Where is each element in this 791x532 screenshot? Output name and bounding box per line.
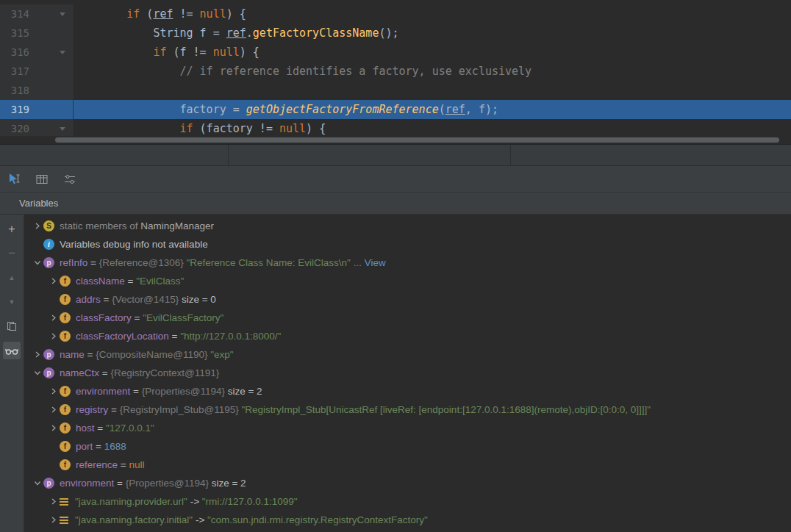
value-segment: {Reference@1306} xyxy=(99,257,184,268)
value-segment: reference xyxy=(76,459,118,470)
view-link[interactable]: View xyxy=(365,257,386,268)
chevron-right-icon[interactable] xyxy=(48,333,60,339)
value-segment: = xyxy=(101,294,112,305)
code-token: ) { xyxy=(226,7,246,21)
chevron-right-icon[interactable] xyxy=(48,425,60,431)
layout-settings-icon[interactable] xyxy=(62,173,77,186)
value-segment: "com.sun.jndi.rmi.registry.RegistryConte… xyxy=(207,514,428,525)
variables-panel-header: Variables xyxy=(0,193,791,215)
gutter: 318 xyxy=(0,81,74,100)
value-segment: {RegistryContext@1191} xyxy=(110,367,219,378)
value-segment: = xyxy=(87,257,99,268)
chevron-down-icon[interactable] xyxy=(32,259,43,266)
code-token: ( xyxy=(140,7,153,21)
fold-chevron-icon[interactable] xyxy=(60,51,65,54)
panel-divider xyxy=(510,145,511,165)
code-token xyxy=(74,46,153,59)
tree-row[interactable]: Sstatic members of NamingManager xyxy=(24,217,791,235)
parameter-icon: p xyxy=(43,257,54,268)
gutter: 319 xyxy=(0,100,74,119)
code-token: = xyxy=(226,103,246,116)
value-segment: {Properties@1194} xyxy=(126,478,209,489)
code-line-317[interactable]: 317 // if reference identifies a factory… xyxy=(0,62,791,81)
tree-row[interactable]: fclassFactoryLocation = "http://127.0.0.… xyxy=(24,327,791,345)
tree-row[interactable]: prefInfo = {Reference@1306} "Reference C… xyxy=(24,254,791,272)
code-token: ref xyxy=(445,103,465,116)
parameter-icon: p xyxy=(43,478,54,489)
tree-row[interactable]: fenvironment = {Properties@1194} size = … xyxy=(24,382,791,400)
duplicate-watch-icon[interactable] xyxy=(3,317,21,335)
tree-row[interactable]: pnameCtx = {RegistryContext@1191} xyxy=(24,364,791,382)
code-line-316[interactable]: 316 if (f != null) { xyxy=(0,43,791,62)
tree-row[interactable]: fclassFactory = "EvilClassFactory" xyxy=(24,309,791,327)
chevron-right-icon[interactable] xyxy=(48,314,60,321)
text-cursor-icon[interactable] xyxy=(7,173,21,186)
tree-row[interactable]: faddrs = {Vector@1415} size = 0 xyxy=(24,290,791,309)
remove-watch-icon[interactable]: − xyxy=(3,245,21,262)
tree-row[interactable]: "java.naming.provider.url" -> "rmi://127… xyxy=(24,492,791,511)
chevron-down-icon[interactable] xyxy=(32,370,43,376)
fold-chevron-icon[interactable] xyxy=(60,12,65,16)
code-token: null xyxy=(279,122,306,135)
tree-row[interactable]: pname = {CompositeName@1190} "exp" xyxy=(24,345,791,364)
chevron-right-icon[interactable] xyxy=(48,278,60,284)
horizontal-scrollbar[interactable] xyxy=(0,136,791,144)
code-token: if xyxy=(153,46,166,59)
value-segment: name xyxy=(60,349,85,360)
value-segment: size = 0 xyxy=(179,294,216,305)
code-editor[interactable]: 314 if (ref != null) {315 String f = ref… xyxy=(0,0,791,144)
fold-chevron-icon[interactable] xyxy=(60,127,65,131)
tree-row[interactable]: fclassName = "EvilClass" xyxy=(24,272,791,290)
variables-tree[interactable]: Sstatic members of NamingManageriVariabl… xyxy=(24,215,791,532)
chevron-down-icon[interactable] xyxy=(32,480,43,486)
value-segment: = xyxy=(125,276,136,287)
line-number: 317 xyxy=(0,62,29,81)
field-icon: f xyxy=(60,459,71,470)
code-token: (factory != xyxy=(193,122,279,135)
tree-row[interactable]: penvironment = {Properties@1194} size = … xyxy=(24,474,791,492)
value-segment: "http://127.0.0.1:8000/" xyxy=(180,331,281,342)
code-line-314[interactable]: 314 if (ref != null) { xyxy=(0,4,791,24)
code-token: getFactoryClassName xyxy=(253,26,379,40)
value-segment: {RegistryImpl_Stub@1195} xyxy=(120,404,239,415)
value-segment: ... xyxy=(351,257,365,268)
chevron-right-icon[interactable] xyxy=(32,351,43,358)
code-line-319[interactable]: 319 factory = getObjectFactoryFromRefere… xyxy=(0,100,791,119)
move-up-icon[interactable]: ▲ xyxy=(3,269,21,287)
chevron-right-icon[interactable] xyxy=(48,388,60,395)
tree-row[interactable]: fhost = "127.0.0.1" xyxy=(24,419,791,437)
value-segment: = xyxy=(118,459,129,470)
value-segment: {Vector@1415} xyxy=(112,294,179,305)
value-segment: = xyxy=(95,423,106,434)
chevron-right-icon[interactable] xyxy=(48,498,60,505)
value-segment: "java.naming.factory.initial" xyxy=(75,514,193,525)
move-down-icon[interactable]: ▼ xyxy=(3,293,21,311)
value-segment: host xyxy=(76,423,95,434)
show-watches-icon[interactable] xyxy=(3,342,21,359)
tree-row[interactable]: "java.naming.factory.initial" -> "com.su… xyxy=(24,511,791,529)
chevron-right-icon[interactable] xyxy=(48,517,60,523)
tree-row[interactable]: fport = 1688 xyxy=(24,437,791,456)
code-line-315[interactable]: 315 String f = ref.getFactoryClassName()… xyxy=(0,24,791,43)
line-number: 319 xyxy=(0,100,29,119)
tree-row[interactable]: iVariables debug info not available xyxy=(24,235,791,254)
tree-row[interactable]: fregistry = {RegistryImpl_Stub@1195} "Re… xyxy=(24,400,791,419)
code-token: null xyxy=(200,7,226,21)
field-icon: f xyxy=(60,276,71,287)
map-entry-icon xyxy=(60,515,70,525)
line-number: 315 xyxy=(0,24,29,43)
code-token: (f != xyxy=(166,46,212,59)
chevron-right-icon[interactable] xyxy=(48,406,60,413)
table-view-icon[interactable] xyxy=(35,173,49,186)
value-segment: "exp" xyxy=(207,349,233,360)
value-segment: {CompositeName@1190} xyxy=(96,349,207,360)
horizontal-scrollbar-thumb[interactable] xyxy=(55,137,779,143)
value-segment: = xyxy=(93,441,104,452)
code-line-318[interactable]: 318 xyxy=(0,81,791,100)
chevron-right-icon[interactable] xyxy=(32,223,43,229)
field-icon: f xyxy=(60,423,71,434)
add-watch-icon[interactable]: + xyxy=(3,220,21,238)
value-segment: className xyxy=(76,276,125,287)
tree-row[interactable]: freference = null xyxy=(24,456,791,474)
gutter: 314 xyxy=(0,4,74,24)
